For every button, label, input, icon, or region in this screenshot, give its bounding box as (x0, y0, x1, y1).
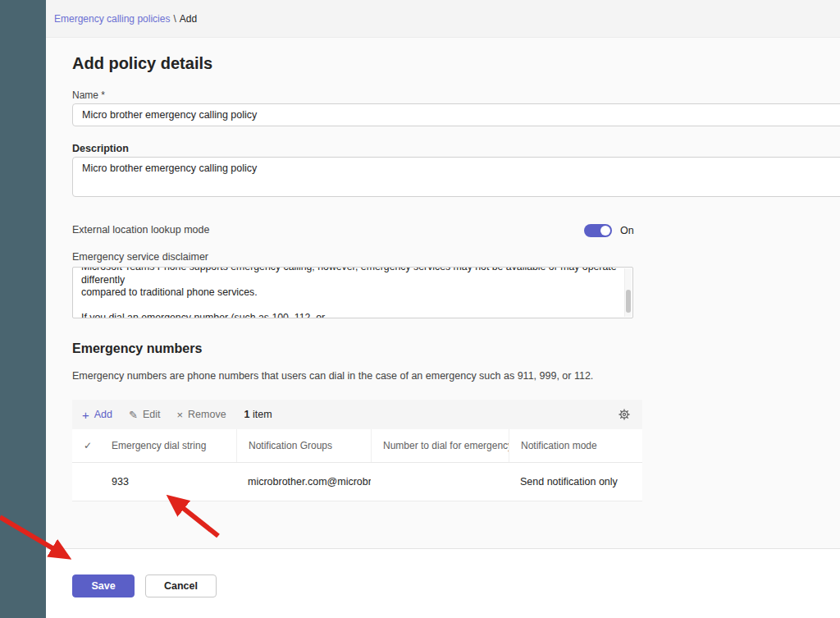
row-select-cell[interactable] (72, 463, 103, 501)
disclaimer-scrollbar-thumb[interactable] (626, 290, 631, 313)
emergency-numbers-description: Emergency numbers are phone numbers that… (72, 370, 593, 382)
arrow-to-table-row (175, 501, 218, 536)
row-notification-mode: Send notification only (509, 463, 642, 501)
remove-button[interactable]: × Remove (176, 409, 226, 421)
add-button-label: Add (94, 409, 112, 420)
breadcrumb-current: Add (180, 13, 197, 25)
row-dial-string: 933 (103, 463, 236, 501)
name-field[interactable] (72, 103, 840, 126)
remove-button-label: Remove (188, 409, 226, 420)
disclaimer-text: Microsoft Teams Phone supports emergency… (73, 267, 632, 318)
breadcrumb-bar: Emergency calling policies\Add (46, 0, 840, 38)
breadcrumb-separator: \ (173, 13, 176, 25)
column-header-dial-string[interactable]: Emergency dial string (103, 429, 236, 462)
column-header-number-to-dial[interactable]: Number to dial for emergency no (371, 429, 509, 462)
gear-icon (618, 408, 631, 421)
column-header-notification-groups[interactable]: Notification Groups (236, 429, 371, 462)
pencil-icon: ✎ (129, 409, 138, 421)
item-count: 1 item (244, 409, 272, 420)
external-lookup-label: External location lookup mode (72, 224, 209, 236)
emergency-numbers-table: ✓ Emergency dial string Notification Gro… (72, 429, 642, 501)
name-label: Name * (72, 89, 105, 101)
emergency-numbers-heading: Emergency numbers (72, 341, 202, 356)
footer-action-bar: Save Cancel (46, 548, 840, 618)
edit-button[interactable]: ✎ Edit (129, 409, 160, 421)
external-lookup-toggle[interactable] (584, 224, 612, 237)
disclaimer-scrollbar[interactable] (624, 268, 632, 317)
row-number-to-dial (371, 463, 509, 501)
disclaimer-field[interactable]: Microsoft Teams Phone supports emergency… (72, 267, 633, 318)
table-row[interactable]: 933 microbrother.com@microbro Send notif… (72, 463, 642, 501)
emergency-numbers-toolbar: + Add ✎ Edit × Remove 1 item (72, 400, 642, 429)
item-count-value: 1 (244, 409, 250, 420)
x-icon: × (176, 409, 183, 421)
toggle-knob (600, 226, 610, 236)
edit-button-label: Edit (143, 409, 161, 420)
left-nav-rail (0, 0, 46, 618)
description-label: Description (72, 143, 129, 154)
cancel-button[interactable]: Cancel (145, 575, 217, 597)
select-all-check-icon[interactable]: ✓ (72, 429, 103, 462)
row-notification-groups: microbrother.com@microbro (236, 463, 371, 501)
save-button[interactable]: Save (72, 575, 135, 597)
breadcrumb-link-emergency-calling-policies[interactable]: Emergency calling policies (54, 13, 170, 25)
add-button[interactable]: + Add (82, 408, 112, 422)
breadcrumb: Emergency calling policies\Add (54, 13, 197, 25)
toggle-state-label: On (620, 225, 634, 236)
page-title: Add policy details (72, 54, 212, 73)
description-field[interactable]: Micro brother emergency calling policy (72, 157, 840, 197)
column-header-notification-mode[interactable]: Notification mode (509, 429, 642, 462)
disclaimer-label: Emergency service disclaimer (72, 251, 208, 263)
table-settings-button[interactable] (618, 408, 631, 421)
plus-icon: + (82, 408, 89, 422)
table-header-row: ✓ Emergency dial string Notification Gro… (72, 429, 642, 463)
item-count-label: item (253, 409, 272, 420)
